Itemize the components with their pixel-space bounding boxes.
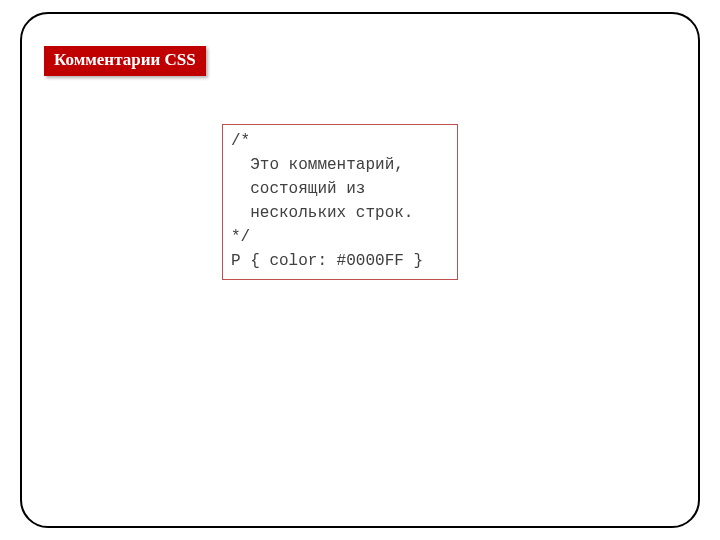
code-example-text: /* Это комментарий, состоящий из несколь… <box>231 129 449 273</box>
code-example-box: /* Это комментарий, состоящий из несколь… <box>222 124 458 280</box>
title-badge: Комментарии CSS <box>44 46 206 76</box>
slide-frame: Комментарии CSS /* Это комментарий, сост… <box>20 12 700 528</box>
